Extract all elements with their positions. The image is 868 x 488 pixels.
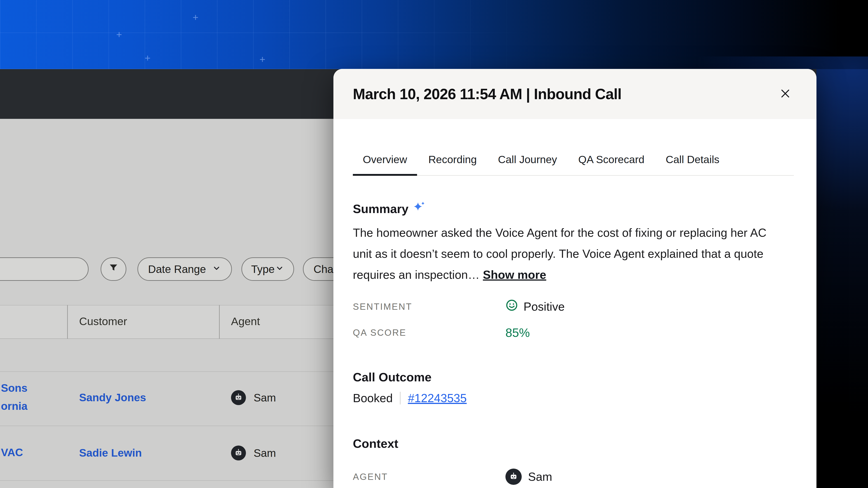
- context-agent-label: AGENT: [353, 472, 505, 482]
- summary-heading-label: Summary: [353, 202, 408, 216]
- plus-decoration-icon: +: [145, 53, 151, 64]
- sentiment-row: SENTIMENT Positive: [353, 299, 794, 314]
- screen: + + + + Date Range Type Cha: [0, 0, 868, 488]
- panel-tabs: Overview Recording Call Journey QA Score…: [353, 119, 794, 176]
- context-agent-name: Sam: [528, 470, 552, 484]
- close-icon: [779, 88, 791, 100]
- tab-overview[interactable]: Overview: [353, 153, 417, 175]
- summary-text: The homeowner asked the Voice Agent for …: [353, 222, 767, 285]
- sentiment-value-text: Positive: [524, 300, 565, 313]
- outcome-status: Booked: [353, 391, 393, 405]
- context-agent-row: AGENT Sam: [353, 468, 794, 485]
- robot-avatar-icon: [505, 468, 522, 485]
- qa-score-row: QA SCORE 85%: [353, 326, 794, 339]
- tab-call-journey[interactable]: Call Journey: [488, 153, 567, 175]
- show-more-link[interactable]: Show more: [483, 268, 546, 281]
- qa-score-value: 85%: [505, 326, 530, 339]
- summary-text-body: The homeowner asked the Voice Agent for …: [353, 226, 767, 281]
- plus-decoration-icon: +: [259, 54, 266, 65]
- plus-decoration-icon: +: [116, 29, 122, 40]
- context-heading: Context: [353, 436, 794, 451]
- smiley-icon: [505, 299, 518, 314]
- tab-qa-scorecard[interactable]: QA Scorecard: [568, 153, 654, 175]
- tab-recording[interactable]: Recording: [418, 153, 487, 175]
- panel-body: Summary The homeowner asked the Voice Ag…: [333, 201, 816, 485]
- qa-score-label: QA SCORE: [353, 328, 505, 338]
- vertical-divider: [400, 392, 401, 404]
- panel-title: March 10, 2026 11:54 AM | Inbound Call: [353, 86, 621, 103]
- sentiment-label: SENTIMENT: [353, 302, 505, 312]
- summary-heading: Summary: [353, 201, 794, 217]
- plus-decoration-icon: +: [193, 12, 198, 23]
- sentiment-value: Positive: [505, 299, 565, 314]
- booking-reference-link[interactable]: #12243535: [408, 391, 467, 405]
- call-detail-panel: March 10, 2026 11:54 AM | Inbound Call O…: [333, 69, 816, 488]
- close-button[interactable]: [779, 88, 792, 100]
- sparkle-icon: [413, 201, 426, 217]
- call-outcome-row: Booked #12243535: [353, 391, 794, 405]
- tab-call-details[interactable]: Call Details: [656, 153, 730, 175]
- call-outcome-heading: Call Outcome: [353, 370, 794, 384]
- panel-header: March 10, 2026 11:54 AM | Inbound Call: [333, 69, 816, 119]
